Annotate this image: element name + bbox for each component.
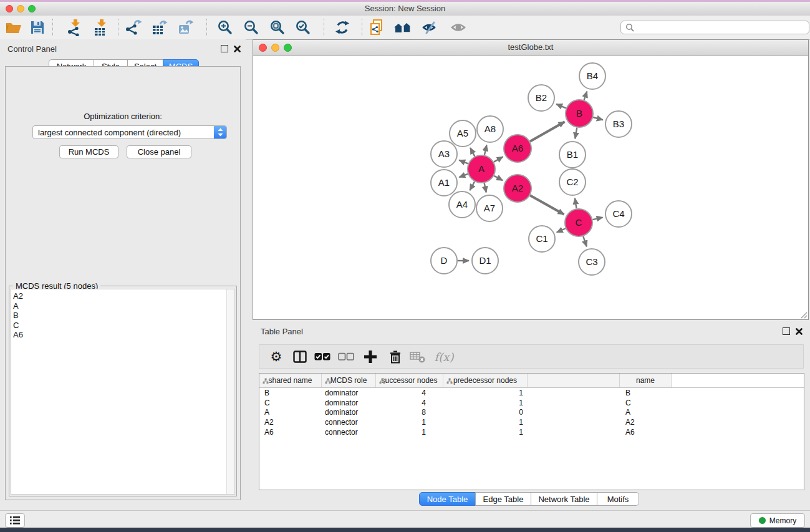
zoom-fit-button[interactable] [268, 18, 287, 37]
table-row[interactable]: A6connector11A6 [259, 427, 804, 437]
clone-network-button[interactable] [367, 18, 387, 37]
graph-edge-C-C3[interactable] [583, 236, 587, 247]
close-table-panel-icon[interactable] [796, 328, 803, 335]
mcds-result-item[interactable]: A [13, 301, 226, 311]
table-options-button[interactable]: ⚙ [267, 347, 286, 366]
graph-node-B4[interactable]: B4 [579, 63, 605, 89]
graph-edge-A-A7[interactable] [485, 183, 486, 193]
graph-edge-C-C4[interactable] [592, 218, 602, 220]
graph-edge-A-A1[interactable] [459, 174, 468, 177]
mcds-result-item[interactable]: A2 [13, 291, 226, 301]
export-table-button[interactable] [150, 18, 170, 37]
graph-node-D1[interactable]: D1 [472, 248, 498, 274]
tab-node-table[interactable]: Node Table [419, 492, 476, 506]
function-builder-button[interactable]: f(x) [432, 347, 456, 366]
export-network-button[interactable] [123, 18, 143, 37]
import-network-button[interactable] [65, 18, 85, 37]
mcds-result-item[interactable]: C [13, 321, 226, 331]
graph-edge-A-A8[interactable] [485, 145, 487, 155]
column-header-empty[interactable] [528, 374, 620, 387]
delete-column-button[interactable] [386, 347, 405, 366]
graph-node-A2[interactable]: A2 [504, 175, 531, 202]
mcds-result-item[interactable]: A6 [13, 330, 226, 340]
graph-node-A7[interactable]: A7 [476, 195, 503, 221]
table-row[interactable]: Cdominator41C [259, 398, 804, 408]
graph-node-A6[interactable]: A6 [504, 135, 531, 162]
graph-edge-A-A3[interactable] [459, 160, 468, 164]
column-header-successor-nodes[interactable]: successor nodes [376, 374, 443, 387]
tab-edge-table[interactable]: Edge Table [475, 492, 531, 506]
graph-edge-A-A6[interactable] [494, 157, 503, 162]
graph-node-B2[interactable]: B2 [528, 85, 554, 111]
graph-node-A4[interactable]: A4 [449, 191, 475, 218]
network-canvas[interactable]: B4B2BB3A5A8A6B1A3AC2A1A2A4A7C4CC1C3DD1 [253, 56, 808, 319]
table-row[interactable]: Adominator80A [259, 407, 804, 417]
tab-motifs[interactable]: Motifs [597, 492, 639, 506]
graph-edge-A2-C[interactable] [530, 195, 564, 215]
deselect-all-button[interactable] [337, 347, 355, 366]
graph-edge-B-B4[interactable] [584, 92, 587, 100]
search-input[interactable] [635, 22, 793, 32]
graph-node-A[interactable]: A [468, 155, 495, 183]
add-column-button[interactable] [361, 347, 380, 366]
graph-edge-C-C1[interactable] [557, 228, 566, 232]
graph-node-B1[interactable]: B1 [559, 142, 586, 168]
graph-node-D[interactable]: D [431, 248, 457, 274]
graph-node-B[interactable]: B [566, 100, 593, 127]
delete-table-button[interactable] [408, 347, 427, 366]
first-neighbors-button[interactable] [393, 18, 413, 37]
graph-node-A5[interactable]: A5 [450, 120, 476, 147]
graph-edge-B-B2[interactable] [556, 104, 566, 108]
column-header-shared-name[interactable]: shared name [259, 374, 322, 387]
export-image-button[interactable] [176, 18, 196, 37]
graph-node-A1[interactable]: A1 [431, 170, 457, 196]
graph-edge-B-B1[interactable] [575, 128, 577, 139]
graph-node-C4[interactable]: C4 [605, 201, 632, 227]
open-session-button[interactable] [4, 18, 24, 37]
import-table-button[interactable] [91, 18, 111, 37]
graph-edge-C-C2[interactable] [575, 198, 577, 209]
search-field[interactable] [620, 21, 809, 34]
graph-node-A3[interactable]: A3 [431, 141, 457, 167]
column-header-name[interactable]: name [620, 374, 672, 387]
graph-edge-A6-B[interactable] [530, 122, 564, 141]
column-header-predecessor-nodes[interactable]: predecessor nodes [443, 374, 528, 387]
zoom-out-button[interactable] [241, 18, 261, 37]
graph-edge-B-B3[interactable] [593, 117, 603, 120]
select-all-button[interactable] [313, 347, 332, 366]
table-cell: 1 [443, 389, 528, 397]
list-scrollbar[interactable] [226, 289, 234, 494]
close-panel-button[interactable]: Close panel [127, 145, 191, 158]
mcds-result-list[interactable]: A2ABCA6 [11, 289, 235, 495]
graph-edge-A-A4[interactable] [470, 181, 475, 190]
save-session-button[interactable] [27, 18, 47, 37]
network-window-titlebar[interactable]: testGlobe.txt [253, 40, 808, 56]
graph-node-C3[interactable]: C3 [579, 249, 605, 275]
tab-network-table[interactable]: Network Table [531, 492, 597, 506]
table-row[interactable]: Bdominator41B [259, 388, 804, 398]
refresh-layout-button[interactable] [332, 18, 352, 37]
window-resize-handle[interactable] [799, 311, 808, 319]
memory-button[interactable]: Memory [750, 513, 805, 528]
graph-node-C2[interactable]: C2 [559, 169, 586, 195]
table-row[interactable]: A2connector11A2 [259, 417, 804, 427]
zoom-in-button[interactable] [215, 18, 235, 37]
graph-edge-A-A5[interactable] [470, 148, 475, 157]
run-mcds-button[interactable]: Run MCDS [59, 145, 118, 158]
show-all-button[interactable] [448, 18, 468, 37]
graph-node-A8[interactable]: A8 [477, 116, 503, 142]
mcds-result-item[interactable]: B [13, 311, 226, 321]
float-panel-icon[interactable] [221, 45, 228, 52]
task-history-button[interactable] [5, 513, 25, 528]
graph-node-B3[interactable]: B3 [605, 111, 632, 137]
graph-node-C1[interactable]: C1 [529, 226, 555, 252]
graph-node-C[interactable]: C [565, 209, 592, 236]
close-panel-icon[interactable] [234, 46, 241, 52]
graph-edge-A-A2[interactable] [494, 176, 503, 180]
criterion-dropdown[interactable]: largest connected component (directed) [32, 125, 227, 139]
float-table-panel-icon[interactable] [783, 327, 790, 335]
zoom-selected-button[interactable] [293, 18, 313, 37]
show-columns-button[interactable] [291, 347, 309, 366]
hide-selected-button[interactable] [420, 18, 440, 37]
column-header-MCDS-role[interactable]: MCDS role [322, 374, 376, 387]
